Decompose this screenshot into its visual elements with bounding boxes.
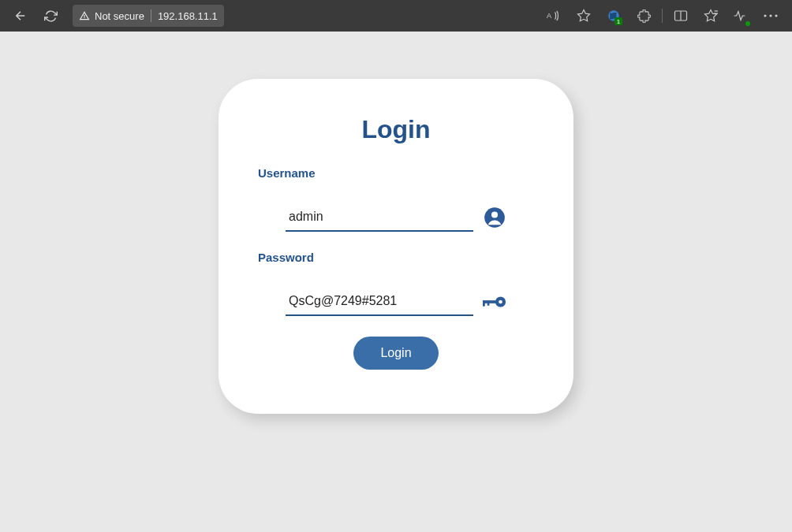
favorites-list-icon[interactable]	[697, 3, 724, 28]
divider	[151, 9, 151, 22]
key-icon	[483, 290, 506, 314]
network-globe-icon[interactable]: 1	[600, 3, 627, 28]
more-options-icon[interactable]	[757, 3, 784, 28]
username-input[interactable]	[286, 203, 473, 232]
svg-text:A: A	[547, 12, 551, 20]
password-row	[286, 288, 506, 316]
performance-icon[interactable]	[727, 3, 754, 28]
page-content: Login Username Password Login	[0, 32, 792, 532]
security-indicator: Not secure	[79, 10, 144, 22]
login-title: Login	[258, 115, 534, 144]
svg-point-7	[769, 14, 771, 17]
svg-rect-14	[483, 300, 485, 307]
svg-point-12	[499, 300, 502, 304]
user-icon	[483, 206, 506, 229]
browser-toolbar: Not secure 192.168.11.1 A 1	[0, 0, 792, 32]
login-card: Login Username Password Login	[219, 79, 573, 414]
url-text: 192.168.11.1	[158, 10, 218, 22]
username-row	[286, 203, 506, 232]
svg-rect-15	[488, 300, 490, 306]
password-input[interactable]	[286, 288, 473, 316]
address-bar[interactable]: Not secure 192.168.11.1	[73, 5, 224, 27]
toolbar-right: A 1	[540, 3, 784, 28]
split-screen-icon[interactable]	[667, 3, 694, 28]
svg-point-8	[775, 14, 777, 17]
svg-point-10	[491, 211, 498, 218]
login-button[interactable]: Login	[353, 337, 438, 370]
username-label: Username	[258, 166, 534, 180]
refresh-button[interactable]	[38, 3, 63, 28]
svg-point-6	[764, 14, 766, 17]
extension-badge: 1	[615, 17, 622, 25]
warning-icon	[79, 10, 90, 21]
security-label: Not secure	[95, 10, 144, 22]
back-button[interactable]	[8, 3, 33, 28]
password-label: Password	[258, 251, 534, 264]
separator	[662, 9, 663, 23]
favorite-icon[interactable]	[570, 3, 597, 28]
extensions-icon[interactable]	[630, 3, 657, 28]
read-aloud-icon[interactable]: A	[540, 3, 567, 28]
performance-dot-icon	[745, 21, 750, 26]
